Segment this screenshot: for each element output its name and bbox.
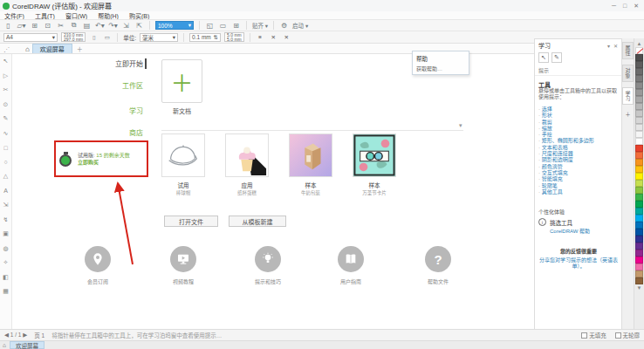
landscape-button[interactable]: ▭ bbox=[102, 32, 112, 42]
location-pin-icon[interactable] bbox=[85, 246, 111, 272]
print-icon[interactable]: ⊡ bbox=[43, 21, 52, 31]
palette-swatch[interactable] bbox=[635, 270, 643, 277]
resource-item[interactable]: 用户指南 bbox=[325, 246, 377, 285]
lightbulb-icon[interactable] bbox=[255, 246, 281, 272]
palette-swatch[interactable] bbox=[635, 82, 643, 89]
tool-hint-link[interactable]: 交互式填充 bbox=[538, 170, 620, 176]
page-navigation[interactable]: ◀ 1 / 1 ▶ bbox=[4, 332, 27, 339]
save-icon[interactable]: ⊞ bbox=[30, 21, 39, 31]
tool-hint-link[interactable]: 矩形、椭圆形和多边形 bbox=[538, 138, 620, 144]
shape-tool-hint-icon[interactable]: ✎ bbox=[552, 52, 562, 63]
mesh-fill-tool[interactable]: ▦ bbox=[2, 287, 10, 296]
maximize-button[interactable]: □ bbox=[623, 3, 627, 10]
interactive-fill-tool[interactable]: ◧ bbox=[2, 273, 10, 282]
palette-swatch[interactable] bbox=[635, 166, 643, 173]
menu-help[interactable]: 帮助(H) bbox=[98, 11, 119, 20]
tool-hint-link[interactable]: 缩放 bbox=[538, 126, 620, 132]
polygon-tool[interactable]: △ bbox=[2, 172, 10, 181]
tool-hint-link[interactable]: 选择 bbox=[538, 106, 620, 113]
tool-hint-link[interactable]: 文本和表格 bbox=[538, 145, 620, 151]
tool-hint-link[interactable]: 尺度和连接器 bbox=[538, 151, 620, 157]
palette-swatch[interactable] bbox=[635, 131, 643, 138]
template-card[interactable]: 试用 棒球帽 bbox=[161, 133, 205, 196]
palette-swatch[interactable] bbox=[635, 61, 643, 68]
redo-icon[interactable]: ↷▾ bbox=[108, 21, 118, 31]
palette-swatch[interactable] bbox=[635, 68, 643, 75]
palette-swatch[interactable] bbox=[635, 103, 643, 110]
palette-swatch[interactable] bbox=[635, 152, 643, 159]
palette-swatch[interactable] bbox=[635, 243, 643, 250]
docker-tab-learn[interactable]: 学习 bbox=[622, 87, 634, 105]
tool-hint-link[interactable]: 形状 bbox=[538, 113, 620, 119]
docker-tab-objects[interactable]: 对象 bbox=[622, 65, 634, 82]
menu-window[interactable]: 窗口(W) bbox=[65, 11, 87, 20]
palette-swatch[interactable] bbox=[635, 117, 643, 124]
template-thumbnail-glasses[interactable] bbox=[353, 133, 396, 177]
parallel-dimension-tool[interactable]: ⇲ bbox=[2, 201, 10, 209]
tool-hint-link[interactable]: 颜色滴管 bbox=[538, 164, 620, 170]
template-thumbnail-cupcake[interactable] bbox=[225, 133, 269, 177]
units-combo[interactable]: 毫米▾ bbox=[140, 33, 178, 42]
open-icon[interactable]: ▱▾ bbox=[17, 21, 26, 31]
nav-workspace[interactable]: 工作区 bbox=[122, 80, 143, 90]
page-size-combo[interactable]: A4▾ bbox=[3, 33, 58, 42]
feedback-link[interactable]: 分享您对学习提示的想法（英语表单）。 bbox=[538, 257, 619, 270]
freehand-tool[interactable]: ✎ bbox=[2, 114, 10, 123]
add-docker-button[interactable]: ＋ bbox=[625, 110, 630, 118]
zoom-level-combo[interactable]: 100%▾ bbox=[155, 21, 194, 30]
new-from-template-button[interactable]: 从模板新建 bbox=[229, 216, 286, 227]
template-card[interactable]: 样本 牛奶包装 bbox=[289, 133, 332, 196]
tool-hint-link[interactable]: 其他工具 bbox=[538, 189, 620, 195]
resource-item[interactable]: 会员订阅 bbox=[72, 246, 124, 285]
new-tab-button[interactable]: ＋ bbox=[77, 44, 83, 53]
new-document-card[interactable]: ＋ bbox=[161, 59, 202, 103]
page-dimensions-spinner[interactable]: 210.0 mm 297.0 mm bbox=[61, 32, 86, 42]
duplicate-distance-spinner[interactable]: 5.0 mm 5.0 mm bbox=[224, 32, 244, 42]
tool-hint-link[interactable]: 轮廓笔 bbox=[538, 183, 620, 189]
menu-buy[interactable]: 购买(B) bbox=[129, 11, 149, 20]
nav-store[interactable]: 商店 bbox=[129, 127, 143, 137]
import-icon[interactable]: ⇲ bbox=[121, 21, 131, 31]
snap-off-icon-2[interactable]: ✕ bbox=[282, 32, 291, 42]
resource-item[interactable]: ?帮助文件 bbox=[412, 246, 464, 285]
palette-swatch[interactable] bbox=[635, 229, 643, 236]
palette-swatch[interactable] bbox=[635, 110, 643, 117]
collapse-section-icon[interactable]: ▾ bbox=[459, 122, 462, 129]
template-card[interactable]: 样本 万圣节卡片 bbox=[353, 133, 396, 196]
open-file-button[interactable]: 打开文件 bbox=[164, 216, 218, 227]
docker-tab-properties[interactable]: 属性 bbox=[622, 42, 634, 59]
show-rulers-icon[interactable]: ▭ bbox=[218, 21, 228, 31]
home-icon[interactable]: ⌂ bbox=[25, 45, 30, 53]
palette-swatch[interactable] bbox=[635, 208, 643, 215]
snap-to-dropdown[interactable]: 贴齐 ▾ bbox=[252, 21, 268, 30]
zoom-tool[interactable]: ⊙ bbox=[2, 100, 10, 109]
show-grid-icon[interactable]: ⊞ bbox=[231, 21, 241, 31]
cut-icon[interactable]: ✂ bbox=[56, 21, 65, 31]
pick-tool-hint-icon[interactable]: ↖ bbox=[538, 52, 549, 63]
question-mark-icon[interactable]: ? bbox=[425, 246, 451, 272]
palette-swatch[interactable] bbox=[635, 277, 643, 284]
shape-tool[interactable]: ▷ bbox=[2, 72, 10, 80]
palette-swatch[interactable] bbox=[635, 75, 643, 82]
palette-swatch[interactable] bbox=[635, 187, 643, 194]
transparency-tool[interactable]: ◍ bbox=[2, 244, 10, 253]
palette-swatch[interactable] bbox=[635, 54, 643, 61]
palette-swatch[interactable] bbox=[635, 96, 643, 103]
tool-hint-link[interactable]: 裁剪 bbox=[538, 120, 620, 126]
tool-hint-link[interactable]: 智能填充 bbox=[538, 176, 620, 182]
palette-swatch[interactable] bbox=[635, 89, 643, 96]
menu-file[interactable]: 文件(F) bbox=[4, 11, 24, 20]
palette-swatch[interactable] bbox=[635, 124, 643, 131]
crop-tool[interactable]: ✂ bbox=[2, 86, 10, 94]
palette-swatch[interactable] bbox=[635, 250, 643, 257]
drop-shadow-tool[interactable]: ▣ bbox=[2, 229, 10, 238]
portrait-button[interactable]: ▯ bbox=[89, 32, 99, 42]
menu-tools[interactable]: 工具(T) bbox=[35, 11, 55, 20]
palette-swatch[interactable] bbox=[635, 215, 643, 222]
options-gear-icon[interactable]: ⚙ bbox=[279, 21, 289, 31]
palette-swatch[interactable] bbox=[635, 138, 643, 145]
user-guide-book-icon[interactable] bbox=[338, 246, 364, 272]
docker-collapse-icon[interactable]: ▾ bbox=[607, 43, 610, 49]
copy-icon[interactable]: ⧉ bbox=[69, 21, 79, 31]
palette-scroll-down-icon[interactable]: ▼ bbox=[637, 284, 642, 291]
